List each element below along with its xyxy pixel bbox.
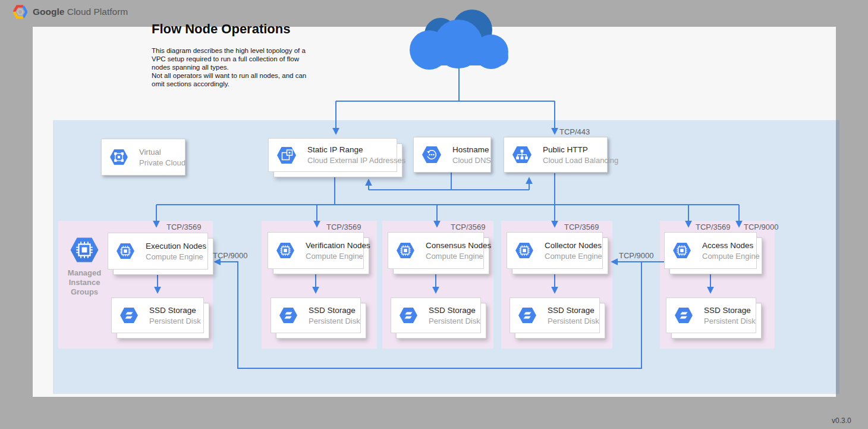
managed-instance-groups-label: Managed Instance Groups <box>58 268 111 297</box>
mig-label-line2: Instance <box>58 278 111 287</box>
consensus-nodes-title: Consensus Nodes <box>426 241 491 250</box>
execution-nodes-card: Execution Nodes Compute Engine <box>108 233 208 270</box>
persistent-disk-icon <box>674 307 693 324</box>
port-label-tcp3569-consensus: TCP/3569 <box>451 223 486 231</box>
persistent-disk-icon <box>399 307 418 324</box>
static-ip-subtitle: Cloud External IP Addresses <box>307 156 405 165</box>
verification-storage-card: SSD Storage Persistent Disk <box>271 298 361 333</box>
description-paragraph-1: This diagram describes the high level to… <box>152 46 316 71</box>
execution-storage-card: SSD Storage Persistent Disk <box>111 298 204 333</box>
verification-storage-title: SSD Storage <box>309 306 360 315</box>
port-label-tcp9000-access-top: TCP/9000 <box>744 223 779 231</box>
execution-storage-title: SSD Storage <box>149 306 201 315</box>
verification-nodes-card: Verification Nodes Compute Engine <box>268 232 364 269</box>
compute-engine-icon <box>276 242 295 259</box>
hostname-subtitle: Cloud DNS <box>452 156 491 165</box>
consensus-storage-subtitle: Persistent Disk <box>429 317 480 325</box>
external-ip-icon <box>276 146 297 164</box>
hostname-card: Hostname Cloud DNS <box>413 137 491 173</box>
consensus-storage-card: SSD Storage Persistent Disk <box>391 298 481 333</box>
persistent-disk-icon <box>279 307 298 324</box>
header-brand: Google Cloud Platform <box>13 5 128 19</box>
access-nodes-card: Access Nodes Compute Engine <box>664 232 757 269</box>
port-label-tcp3569-verification: TCP/3569 <box>326 223 361 231</box>
access-nodes-title: Access Nodes <box>702 241 760 250</box>
verification-nodes-title: Verification Nodes <box>306 241 370 250</box>
compute-engine-icon <box>116 243 135 259</box>
verification-storage-subtitle: Persistent Disk <box>309 317 360 325</box>
collector-storage-card: SSD Storage Persistent Disk <box>510 298 600 333</box>
port-label-tcp9000-collector: TCP/9000 <box>619 251 654 260</box>
collector-storage-subtitle: Persistent Disk <box>548 317 599 325</box>
compute-engine-icon <box>672 242 691 259</box>
access-storage-title: SSD Storage <box>704 306 756 315</box>
collector-nodes-title: Collector Nodes <box>545 241 602 250</box>
compute-engine-icon <box>515 242 534 259</box>
vpc-card: Virtual Private Cloud <box>101 139 185 176</box>
description-paragraph-2: Not all operators will want to run all n… <box>152 71 316 88</box>
persistent-disk-icon <box>518 307 537 324</box>
access-storage-card: SSD Storage Persistent Disk <box>666 298 756 333</box>
port-label-tcp9000-execution: TCP/9000 <box>213 251 248 260</box>
brand-bold: Google <box>33 7 64 17</box>
collector-nodes-card: Collector Nodes Compute Engine <box>507 232 603 269</box>
consensus-storage-title: SSD Storage <box>429 306 480 315</box>
access-storage-subtitle: Persistent Disk <box>704 317 756 325</box>
compute-engine-icon <box>396 242 415 259</box>
execution-storage-subtitle: Persistent Disk <box>149 317 201 325</box>
mig-label-line3: Groups <box>58 287 111 297</box>
collector-storage-title: SSD Storage <box>548 306 599 315</box>
consensus-nodes-card: Consensus Nodes Compute Engine <box>388 232 484 269</box>
vpc-label-line1: Virtual <box>139 148 185 156</box>
diagram-title: Flow Node Operations <box>152 21 290 37</box>
managed-instance-groups-icon <box>70 237 99 263</box>
hostname-title: Hostname <box>452 145 491 154</box>
port-label-tcp443: TCP/443 <box>559 127 590 136</box>
persistent-disk-icon <box>119 307 139 324</box>
port-label-tcp3569-access: TCP/3569 <box>696 223 731 231</box>
vpc-icon <box>109 149 128 165</box>
port-label-tcp3569-collector: TCP/3569 <box>564 223 599 231</box>
port-label-tcp3569-execution: TCP/3569 <box>166 223 202 231</box>
cloud-dns-icon <box>422 146 442 164</box>
brand-rest: Cloud Platform <box>67 7 128 17</box>
static-ip-title: Static IP Range <box>307 145 405 154</box>
gcp-logo-icon <box>13 5 27 19</box>
consensus-nodes-subtitle: Compute Engine <box>426 252 491 261</box>
static-ip-card: Static IP Range Cloud External IP Addres… <box>268 138 397 172</box>
vpc-label-line2: Private Cloud <box>139 158 185 167</box>
load-balancer-icon <box>512 146 532 164</box>
collector-nodes-subtitle: Compute Engine <box>545 252 602 261</box>
execution-nodes-title: Execution Nodes <box>146 242 206 250</box>
public-http-card: Public HTTP Cloud Load Balancing <box>504 137 608 173</box>
public-http-title: Public HTTP <box>543 145 618 154</box>
execution-nodes-subtitle: Compute Engine <box>146 252 206 261</box>
verification-nodes-subtitle: Compute Engine <box>306 252 370 261</box>
access-nodes-subtitle: Compute Engine <box>702 252 760 261</box>
brand-text: Google Cloud Platform <box>33 7 128 17</box>
public-http-subtitle: Cloud Load Balancing <box>543 156 618 165</box>
version-label: v0.3.0 <box>832 417 851 425</box>
mig-label-line1: Managed <box>58 268 111 278</box>
diagram-description: This diagram describes the high level to… <box>152 46 316 88</box>
